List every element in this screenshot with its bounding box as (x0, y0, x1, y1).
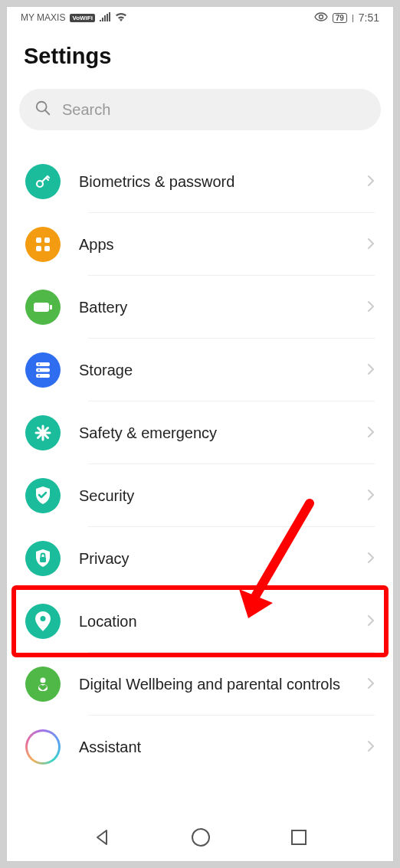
heart-person-icon (25, 667, 61, 702)
svg-rect-4 (36, 237, 41, 243)
item-label: Privacy (79, 549, 349, 568)
settings-item-biometrics[interactable]: Biometrics & password (16, 150, 384, 213)
chevron-right-icon (367, 676, 375, 693)
item-label: Location (79, 611, 349, 631)
item-label: Assistant (79, 737, 349, 757)
home-button[interactable] (191, 827, 211, 847)
item-label: Digital Wellbeing and parental controls (79, 674, 349, 694)
shield-check-icon (25, 478, 61, 513)
navigation-bar (7, 818, 393, 861)
svg-rect-16 (40, 557, 46, 562)
settings-item-apps[interactable]: Apps (16, 213, 384, 276)
item-label: Battery (79, 297, 349, 317)
item-label: Apps (79, 234, 349, 254)
chevron-right-icon (367, 236, 375, 254)
asterisk-icon (25, 415, 61, 450)
settings-item-assistant[interactable]: Assistant (16, 716, 384, 778)
battery-indicator: 79 (333, 13, 347, 23)
status-bar: MY MAXIS VoWiFi 79 | 7:51 (7, 7, 393, 27)
vowifi-badge: VoWiFi (70, 14, 94, 22)
chevron-right-icon (367, 487, 375, 505)
svg-rect-10 (36, 362, 50, 366)
battery-icon (25, 290, 61, 325)
chevron-right-icon (367, 550, 375, 568)
svg-line-2 (45, 110, 50, 115)
signal-icon (100, 12, 110, 24)
svg-point-15 (38, 375, 40, 377)
svg-rect-12 (36, 374, 50, 378)
search-icon (34, 100, 51, 120)
settings-item-battery[interactable]: Battery (16, 276, 384, 339)
page-title: Settings (15, 27, 385, 89)
svg-point-18 (41, 678, 46, 683)
svg-rect-22 (292, 830, 306, 844)
svg-rect-5 (44, 237, 50, 243)
svg-rect-11 (36, 368, 50, 372)
recent-apps-button[interactable] (290, 829, 307, 846)
settings-item-safety[interactable]: Safety & emergency (16, 401, 384, 464)
settings-item-digital-wellbeing[interactable]: Digital Wellbeing and parental controls (16, 653, 384, 716)
svg-rect-9 (50, 305, 52, 310)
svg-point-17 (41, 616, 46, 621)
item-label: Security (79, 486, 349, 506)
carrier-label: MY MAXIS (21, 12, 65, 23)
svg-rect-8 (34, 303, 49, 312)
item-label: Biometrics & password (79, 172, 349, 192)
settings-item-privacy[interactable]: Privacy (16, 527, 384, 590)
svg-rect-7 (44, 246, 50, 251)
svg-point-21 (192, 829, 209, 846)
lock-shield-icon (25, 541, 61, 576)
eye-icon (314, 12, 328, 24)
chevron-right-icon (367, 613, 375, 631)
svg-point-13 (38, 364, 40, 365)
chevron-right-icon (367, 424, 375, 442)
chevron-right-icon (367, 362, 375, 379)
svg-rect-6 (36, 246, 41, 251)
svg-point-14 (38, 369, 40, 371)
item-label: Safety & emergency (79, 423, 349, 443)
apps-icon (25, 227, 61, 262)
chevron-right-icon (367, 173, 375, 191)
settings-list: Biometrics & password Apps (15, 150, 385, 778)
svg-point-0 (319, 15, 323, 18)
location-pin-icon (25, 604, 61, 639)
chevron-right-icon (367, 299, 375, 316)
storage-icon (25, 352, 61, 388)
key-icon (25, 164, 61, 199)
back-button[interactable] (93, 828, 111, 847)
settings-item-location[interactable]: Location (16, 590, 384, 653)
item-label: Storage (79, 360, 349, 380)
settings-item-storage[interactable]: Storage (16, 339, 384, 401)
search-input[interactable]: Search (19, 89, 381, 130)
time-label: 7:51 (359, 11, 379, 24)
assistant-icon (25, 729, 61, 765)
chevron-right-icon (367, 739, 375, 756)
settings-item-security[interactable]: Security (16, 464, 384, 527)
wifi-icon (115, 12, 127, 24)
search-placeholder: Search (62, 101, 110, 119)
